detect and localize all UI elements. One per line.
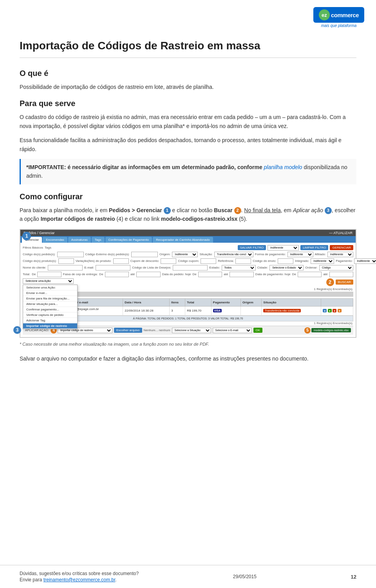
select-ordenar[interactable]: Código xyxy=(319,265,353,271)
logo-box: ez commerce xyxy=(313,7,364,23)
btn-salvar-filtro[interactable]: SALVAR FILTRO xyxy=(238,245,266,250)
no-final-underline: No final da tela xyxy=(244,207,280,213)
lbl-lista-desejos: Código de Lista de Desejos: xyxy=(132,266,171,269)
input-lista-desejos[interactable] xyxy=(173,265,208,271)
input-cupom[interactable] xyxy=(161,258,176,264)
dropdown-item-4[interactable]: Alterar situação para... xyxy=(23,301,77,307)
lbl-situacao: Situação: xyxy=(199,253,212,256)
btn-row-red[interactable]: ● xyxy=(333,309,336,312)
tab-encomendas[interactable]: Encomendas xyxy=(43,237,67,243)
btn-escolher-arquivo[interactable]: Escolher arquivo xyxy=(114,328,142,333)
btn-row-orange[interactable]: ● xyxy=(338,309,342,312)
select-situacao[interactable]: Transferência não concluída xyxy=(214,252,253,257)
btn-buscar[interactable]: BUSCAR xyxy=(336,280,353,285)
input-referencia[interactable] xyxy=(235,258,251,264)
input-total-de[interactable] xyxy=(37,272,61,277)
input-cod-externo[interactable] xyxy=(131,252,158,257)
input-cep-de[interactable] xyxy=(105,272,129,277)
dropdown-item-7[interactable]: Adicionar Tag xyxy=(23,318,77,323)
dropdown-item-importar[interactable]: Importar código de rastreio xyxy=(23,323,77,329)
aplicar-acao-italic: Aplicar ação xyxy=(293,207,323,213)
important-prefix: *IMPORTANTE: é necessário digitar as inf… xyxy=(26,164,264,170)
lbl-pagamento: Pagamento: xyxy=(336,259,352,263)
input-data-ped-de[interactable] xyxy=(198,272,222,277)
main-title: Importação de Códigos de Rastreio em mas… xyxy=(20,40,356,58)
filter-dates-row: Total: De Faixa de cep de entrega: De at… xyxy=(23,272,353,277)
lbl-referencia: Referência: xyxy=(218,259,234,263)
lbl-forma-pag: Forma de pagamento: xyxy=(255,253,286,256)
btn-ok[interactable]: OK xyxy=(253,328,263,333)
select-email-action[interactable]: Selecione o E-mail: xyxy=(213,328,252,333)
input-cod-envio[interactable] xyxy=(278,258,293,264)
input-cod-cupom[interactable] xyxy=(201,258,216,264)
buscar-label: Buscar xyxy=(214,207,232,213)
lbl-cidade: Cidade: xyxy=(257,266,268,269)
th-data: Data / Hora xyxy=(123,298,170,306)
section4-text: Salvar o arquivo no computador e fazer a… xyxy=(20,354,356,363)
section2-title: Para que serve xyxy=(20,99,356,108)
dropdown-item-6[interactable]: Verificar captura de pedido xyxy=(23,312,77,318)
dropdown-item-3[interactable]: Enviar para fila de integração... xyxy=(23,296,77,301)
important-text: *IMPORTANTE: é necessário digitar as inf… xyxy=(26,163,351,180)
xlsx-link[interactable]: modelo-codigos-rastreio.xlsx xyxy=(311,328,351,332)
td-situacao: Transferência não concluída xyxy=(262,306,321,315)
input-data-pag-ate[interactable] xyxy=(329,272,353,277)
tab-tags[interactable]: Tags xyxy=(92,237,105,243)
select-cidade[interactable]: Selecione o Estado xyxy=(269,265,304,271)
input-nome-cliente[interactable] xyxy=(48,265,83,271)
tab-confirmacoes[interactable]: Confirmações de Pagamento xyxy=(105,237,152,243)
acao-section: Selecione uma Ação: Enviar e-mail... Env… xyxy=(23,278,325,284)
select-situacao-action[interactable]: Selecione a Situação: xyxy=(172,328,211,333)
input-data-ped-ate[interactable] xyxy=(230,272,253,277)
select-pagamento[interactable]: Indiferente xyxy=(354,258,376,264)
td-origem xyxy=(240,306,261,315)
input-cod-pedidos[interactable] xyxy=(57,252,84,257)
badge-2-screenshot: 2 xyxy=(326,278,334,286)
badge-1-screenshot: 1 xyxy=(22,232,31,240)
admin-body: Filtros Básicos Tags SALVAR FILTRO Indif… xyxy=(20,243,356,337)
th-itens: Itens xyxy=(170,298,185,306)
tab-assinaturas[interactable]: Assinaturas xyxy=(68,237,91,243)
logo-icon: ez commerce xyxy=(319,9,359,20)
logo-area: ez commerce mais que plataforma xyxy=(313,7,364,28)
select-acao-main[interactable]: Selecione uma Ação: Enviar e-mail... Env… xyxy=(23,278,74,284)
select-forma-pag[interactable]: Indiferente xyxy=(287,252,313,257)
filter-fields-1: Código do(s) pedido(s): Código Externo d… xyxy=(23,252,353,257)
footer-email[interactable]: treinamento@ezcommerce.com.br xyxy=(43,577,116,583)
input-variacoes[interactable] xyxy=(113,258,129,264)
btn-row-green[interactable]: ● xyxy=(328,309,332,312)
admin-topbar: Pedidos / Gerenciar — ATUALIZAR xyxy=(20,230,356,236)
dropdown-item-5[interactable]: Confirmar pagamento... xyxy=(23,307,77,312)
dropdown-buscar-area: Selecione uma Ação: Enviar e-mail... Env… xyxy=(23,278,353,286)
btn-limpar-filtro[interactable]: LIMPAR FILTRO xyxy=(300,245,328,250)
filter-fields-2: Código do(s) produto(s): Variação(ões) d… xyxy=(23,258,353,264)
tab-recuperador[interactable]: Recuperador de Carrinho Abandonado xyxy=(153,237,213,243)
input-data-pag-de[interactable] xyxy=(298,272,322,277)
badge-1-inline: 1 xyxy=(164,207,171,214)
input-email[interactable] xyxy=(96,265,130,271)
badge-3-screenshot: 3 xyxy=(13,326,21,334)
screenshot-note: * Caso necessite de uma melhor visualiza… xyxy=(20,342,356,346)
section3-para1: Para baixar a planilha modelo, ir em Ped… xyxy=(20,206,356,224)
badge-2-inline: 2 xyxy=(234,207,241,214)
input-cod-produto[interactable] xyxy=(58,258,74,264)
status-badge: Transferência não concluída xyxy=(263,309,301,312)
lbl-origem: Origem: xyxy=(159,253,170,256)
select-origem[interactable]: Indiferente xyxy=(172,252,198,257)
lbl-cod-pedidos: Código do(s) pedido(s): xyxy=(23,253,56,256)
footer-send: Envie para treinamento@ezcommerce.com.br… xyxy=(20,577,139,583)
select-filtro[interactable]: Indiferente xyxy=(268,245,299,251)
dropdown-item-2[interactable]: Enviar e-mail... xyxy=(23,290,77,296)
dropdown-item-1[interactable]: Selecione uma Ação: xyxy=(23,285,77,290)
select-integrado[interactable]: Indiferente xyxy=(311,258,334,264)
footer-date: 29/05/2015 xyxy=(233,574,257,579)
section3-title: Como configurar xyxy=(20,192,356,201)
btn-row-action[interactable]: ● xyxy=(323,309,327,312)
btn-gerenciar[interactable]: GERENCIAR xyxy=(330,245,353,250)
input-cep-ate[interactable] xyxy=(136,272,160,277)
label-tags: Tags xyxy=(45,246,51,249)
select-estado[interactable]: Todos xyxy=(222,265,256,271)
visa-badge: VISA xyxy=(213,309,222,312)
topbar-right: — ATUALIZAR xyxy=(329,231,352,235)
select-afiliado[interactable]: Indiferente xyxy=(327,252,353,257)
